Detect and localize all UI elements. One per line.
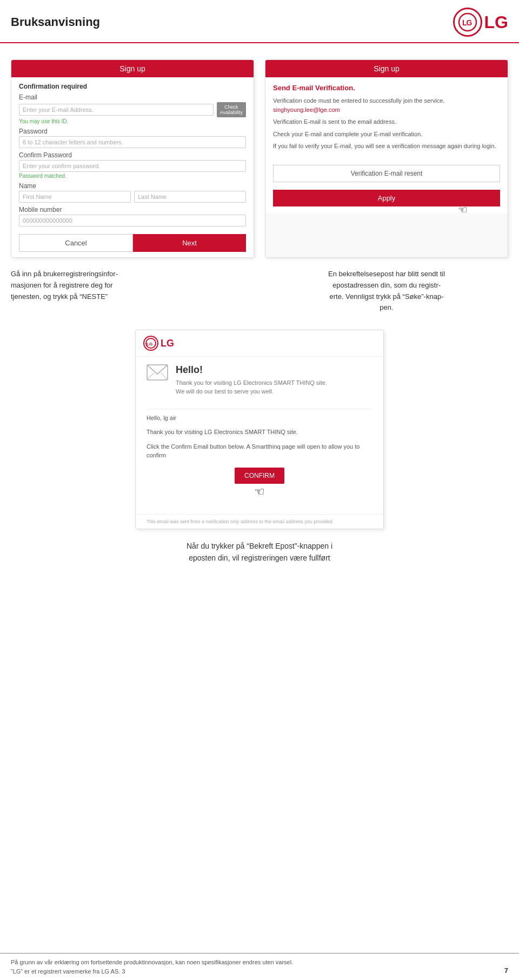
email-body-line1: Thank you for visiting LG Electronics SM… — [147, 428, 372, 437]
right-description: En bekreftelsesepost har blitt sendt til… — [265, 269, 508, 314]
send-verification-title: Send E-mail Verification. — [273, 84, 500, 92]
email-body-line2: Click the Confirm Email button below. A … — [147, 442, 372, 460]
password-input[interactable]: 6 to 12 character letters and numbers. — [19, 136, 246, 148]
name-label: Name — [19, 182, 246, 190]
page-footer: På grunn av vår erklæring om fortsettend… — [0, 953, 519, 980]
left-description: Gå inn på brukerregistreringsinfor- masj… — [11, 269, 254, 314]
page-header: Bruksanvisning LG LG — [0, 0, 519, 43]
confirm-btn-row: CONFIRM ☜ — [147, 468, 372, 499]
first-name-input[interactable]: First Name — [19, 191, 131, 203]
lg-logo-circle: LG — [453, 8, 482, 37]
footer-line1: På grunn av vår erklæring om fortsettend… — [11, 958, 508, 968]
svg-text:LG: LG — [147, 342, 152, 346]
email-body: Hello! Thank you for visiting LG Electro… — [136, 357, 383, 514]
email-input[interactable]: Enter your E-mail Address. — [19, 104, 214, 116]
email-label: E-mail — [19, 94, 246, 101]
email-lg-circle: LG — [143, 336, 158, 351]
email-footer: This email was sent from a notification … — [136, 514, 383, 529]
verify-email: singhyoung.lee@lge.com — [273, 106, 340, 113]
footer-line2: “LG” er et registrert varemerke fra LG A… — [11, 967, 508, 977]
name-row: First Name Last Name — [19, 191, 246, 203]
verify-text-2: Verification E-mail is sent to the email… — [273, 117, 500, 126]
envelope-icon — [147, 364, 168, 382]
verify-text-1: Verification code must be entered to suc… — [273, 96, 500, 114]
svg-line-5 — [147, 373, 154, 380]
next-button[interactable]: Next — [133, 234, 246, 252]
email-status: You may use this ID. — [19, 118, 246, 124]
svg-text:LG: LG — [462, 18, 473, 27]
right-signup-header: Sign up — [265, 60, 508, 77]
left-action-buttons: Cancel Next — [19, 234, 246, 252]
apply-btn-row: Apply ☜ — [273, 182, 500, 206]
email-subtitle: Thank you for visiting LG Electronics SM… — [176, 379, 327, 396]
page-number: 7 — [504, 966, 508, 975]
email-input-row: Enter your E-mail Address. CheckAvailabi… — [19, 102, 246, 117]
email-body-greeting: Hello, lg air — [147, 414, 372, 423]
lg-logo-text: LG — [484, 12, 508, 32]
email-lg-text: LG — [161, 338, 174, 349]
confirmation-required-title: Confirmation required — [19, 83, 246, 90]
lg-logo: LG LG — [453, 8, 508, 37]
verify-text-3: Check your E-mail and complete your E-ma… — [273, 130, 500, 139]
page-title: Bruksanvisning — [11, 15, 100, 29]
svg-line-6 — [161, 373, 168, 380]
check-availability-button[interactable]: CheckAvailability — [217, 102, 246, 117]
email-lg-logo: LG LG — [143, 336, 174, 351]
description-row: Gå inn på brukerregistreringsinfor- masj… — [11, 269, 508, 314]
right-screen: Sign up Send E-mail Verification. Verifi… — [265, 59, 508, 258]
left-signup-body: Confirmation required E-mail Enter your … — [11, 77, 254, 257]
resend-verification-button[interactable]: Verification E-mail resent — [273, 165, 500, 182]
confirm-email-button[interactable]: CONFIRM — [235, 468, 284, 484]
last-name-input[interactable]: Last Name — [134, 191, 246, 203]
email-mockup: LG LG Hello! Thank you for visiting LG E… — [135, 330, 384, 529]
email-header: LG LG — [136, 330, 383, 357]
screenshot-row: Sign up Confirmation required E-mail Ent… — [11, 59, 508, 258]
confirm-cursor-hand-icon: ☜ — [147, 485, 372, 499]
confirm-password-label: Confirm Password — [19, 151, 246, 159]
apply-cursor-hand-icon: ☜ — [458, 203, 468, 216]
mobile-input[interactable]: 000000000000000 — [19, 215, 246, 226]
verify-text-4: If you fail to verify your E-mail, you w… — [273, 142, 500, 151]
left-signup-header: Sign up — [11, 60, 254, 77]
password-label: Password — [19, 128, 246, 135]
cancel-button[interactable]: Cancel — [19, 234, 133, 252]
main-content: Sign up Confirmation required E-mail Ent… — [0, 43, 519, 591]
confirm-password-input[interactable]: Enter your confirm password. — [19, 160, 246, 172]
email-verify-body: Send E-mail Verification. Verification c… — [265, 77, 508, 213]
email-hello: Hello! — [176, 364, 327, 376]
bottom-description: Når du trykker på “Bekreft Epost”-knappe… — [11, 540, 508, 564]
left-screen: Sign up Confirmation required E-mail Ent… — [11, 59, 254, 258]
password-matched-status: Password matched. — [19, 173, 246, 179]
mobile-label: Mobile number — [19, 206, 246, 214]
